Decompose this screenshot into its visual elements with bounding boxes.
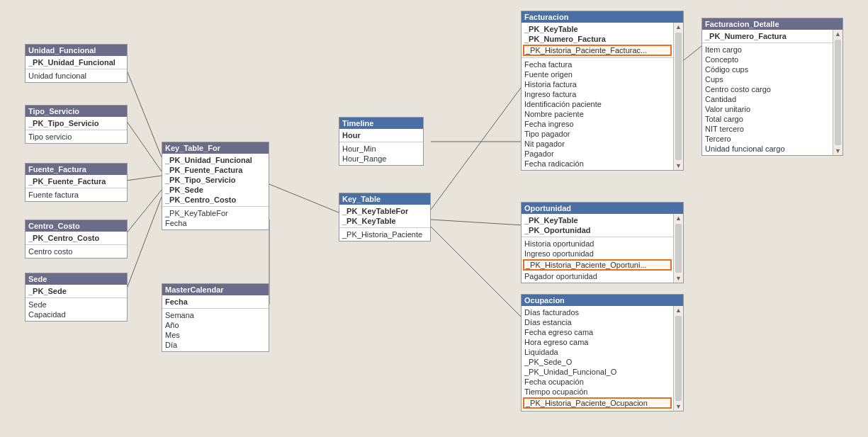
table-row: Valor unitario <box>702 104 833 114</box>
svg-line-1 <box>126 120 162 171</box>
table-row: Tipo servicio <box>26 132 127 142</box>
table-row: Pagador <box>522 149 673 159</box>
table-row: Semana <box>162 310 269 320</box>
table-header-oportunidad: Oportunidad <box>522 203 683 214</box>
table-row: Nit pagador <box>522 139 673 149</box>
table-row: Total cargo <box>702 114 833 124</box>
table-row: Hora egreso cama <box>522 337 673 347</box>
diagram-canvas: Unidad_Funcional _PK_Unidad_Funcional Un… <box>0 0 868 437</box>
table-unidad-funcional: Unidad_Funcional _PK_Unidad_Funcional Un… <box>25 44 128 83</box>
table-timeline: Timeline Hour Hour_Min Hour_Range <box>339 117 424 166</box>
table-row: Nombre paciente <box>522 109 673 119</box>
table-row: Fecha ocupación <box>522 377 673 387</box>
table-body-ocupacion: Días facturados Días estancia Fecha egre… <box>522 306 683 411</box>
table-row: Año <box>162 320 269 330</box>
table-header-facturacion-detalle: Facturacion_Detalle <box>702 18 842 30</box>
table-row: Fecha <box>162 297 269 307</box>
table-row: Unidad funcional <box>26 71 127 81</box>
table-body-centro-costo: _PK_Centro_Costo Centro costo <box>26 232 127 258</box>
table-header-fuente-factura: Fuente_Factura <box>26 164 127 175</box>
table-row: _PK_Historia_Paciente <box>339 229 430 239</box>
table-row: _PK_Fuente_Factura <box>26 176 127 186</box>
table-facturacion-detalle: Facturacion_Detalle _PK_Numero_Factura I… <box>701 18 843 156</box>
table-row: Sede <box>26 300 127 310</box>
table-header-facturacion: Facturacion <box>522 11 683 23</box>
table-row: Ingreso factura <box>522 89 673 99</box>
svg-line-9 <box>431 227 523 319</box>
table-row: _PK_Unidad_Funcional <box>26 57 127 67</box>
table-row: Centro costo cargo <box>702 84 833 94</box>
table-row: _PK_Fuente_Factura <box>162 165 269 175</box>
table-row: Centro costo <box>26 246 127 256</box>
table-row: _PK_Tipo_Servicio <box>162 175 269 185</box>
table-header-centro-costo: Centro_Costo <box>26 220 127 232</box>
table-body-fuente-factura: _PK_Fuente_Factura Fuente factura <box>26 175 127 201</box>
table-row: _PK_KeyTable <box>522 215 673 225</box>
table-row: Cups <box>702 74 833 84</box>
table-row: _PK_KeyTableFor <box>162 208 269 218</box>
table-row: _PK_Unidad_Funcional <box>162 155 269 165</box>
table-row: Cantidad <box>702 94 833 104</box>
table-row: Tiempo ocupación <box>522 387 673 397</box>
svg-line-3 <box>126 190 162 234</box>
table-fuente-factura: Fuente_Factura _PK_Fuente_Factura Fuente… <box>25 163 128 202</box>
table-body-oportunidad: _PK_KeyTable _PK_Oportunidad Historia op… <box>522 214 683 283</box>
table-row: _PK_Centro_Costo <box>26 233 127 243</box>
table-row: Fecha egreso cama <box>522 327 673 337</box>
scrollbar-facturacion[interactable]: ▲ ▼ <box>673 23 683 170</box>
table-row: Liquidada <box>522 347 673 357</box>
table-body-facturacion-detalle: _PK_Numero_Factura Item cargo Concepto C… <box>702 30 842 155</box>
table-row: Unidad funcional cargo <box>702 144 833 154</box>
table-row: _PK_Centro_Costo <box>162 195 269 205</box>
svg-line-8 <box>431 220 523 225</box>
table-row: Pagador oportunidad <box>522 271 673 281</box>
table-row: _PK_Unidad_Funcional_O <box>522 367 673 377</box>
table-row: _PK_KeyTableFor <box>339 206 430 216</box>
table-row-highlighted-facturacion: _PK_Historia_Paciente_Facturac... <box>523 45 672 56</box>
table-row: Tercero <box>702 134 833 144</box>
table-row: Concepto <box>702 55 833 64</box>
table-key-table: Key_Table _PK_KeyTableFor _PK_KeyTable _… <box>339 193 431 242</box>
scrollbar-facturacion-detalle[interactable]: ▲ ▼ <box>833 30 842 155</box>
table-facturacion: Facturacion _PK_KeyTable _PK_Numero_Fact… <box>521 11 684 171</box>
table-row: _PK_Numero_Factura <box>702 31 833 41</box>
scrollbar-oportunidad[interactable]: ▲ ▼ <box>673 214 683 283</box>
svg-line-0 <box>126 69 162 157</box>
table-master-calendar: MasterCalendar Fecha Semana Año Mes Día <box>162 283 269 352</box>
table-row: _PK_KeyTable <box>522 24 673 34</box>
svg-line-7 <box>431 85 523 210</box>
table-body-master-calendar: Fecha Semana Año Mes Día <box>162 295 269 351</box>
table-row: _PK_Oportunidad <box>522 225 673 235</box>
table-header-key-table-for: Key_Table_For <box>162 142 269 154</box>
table-row: Capacidad <box>26 310 127 319</box>
table-row: Ingreso oportunidad <box>522 249 673 259</box>
table-ocupacion: Ocupacion Días facturados Días estancia … <box>521 294 684 412</box>
table-row: Hour_Min <box>339 144 423 154</box>
table-row: Fecha ingreso <box>522 119 673 129</box>
table-row: Fecha factura <box>522 59 673 69</box>
table-tipo-servicio: Tipo_Servicio _PK_Tipo_Servicio Tipo ser… <box>25 105 128 144</box>
scrollbar-ocupacion[interactable]: ▲ ▼ <box>673 306 683 411</box>
table-row: Fuente factura <box>26 190 127 200</box>
table-row-highlighted-ocupacion: _PK_Historia_Paciente_Ocupacion <box>523 397 672 409</box>
svg-line-11 <box>684 46 701 60</box>
svg-line-5 <box>269 184 339 212</box>
table-body-timeline: Hour Hour_Min Hour_Range <box>339 129 423 165</box>
table-centro-costo: Centro_Costo _PK_Centro_Costo Centro cos… <box>25 220 128 259</box>
table-body-sede: _PK_Sede Sede Capacidad <box>26 285 127 321</box>
table-row: Hour <box>339 130 423 140</box>
table-row: NIT tercero <box>702 124 833 134</box>
svg-line-2 <box>126 176 162 181</box>
table-row: Fecha <box>162 218 269 228</box>
table-row: Historia factura <box>522 79 673 89</box>
table-row: _PK_KeyTable <box>339 216 430 226</box>
table-header-master-calendar: MasterCalendar <box>162 284 269 295</box>
table-header-ocupacion: Ocupacion <box>522 295 683 306</box>
table-oportunidad: Oportunidad _PK_KeyTable _PK_Oportunidad… <box>521 202 684 283</box>
table-row: Código cups <box>702 64 833 74</box>
table-row: Item cargo <box>702 45 833 55</box>
table-row-highlighted-oportunidad: _PK_Historia_Paciente_Oportuni... <box>523 259 672 271</box>
table-row: _PK_Tipo_Servicio <box>26 118 127 128</box>
table-body-key-table-for: _PK_Unidad_Funcional _PK_Fuente_Factura … <box>162 154 269 229</box>
table-row: Tipo pagador <box>522 129 673 139</box>
